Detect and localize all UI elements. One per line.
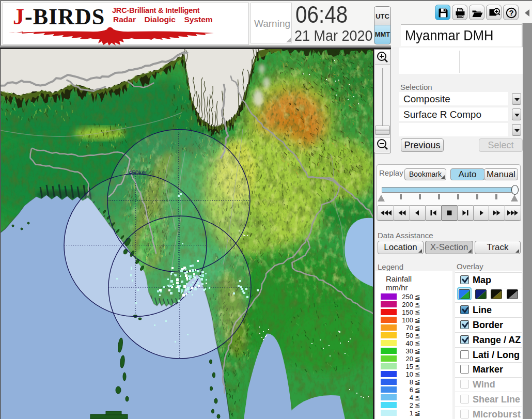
- svg-text:450km: 450km: [129, 169, 147, 176]
- svg-text:?: ?: [509, 8, 513, 17]
